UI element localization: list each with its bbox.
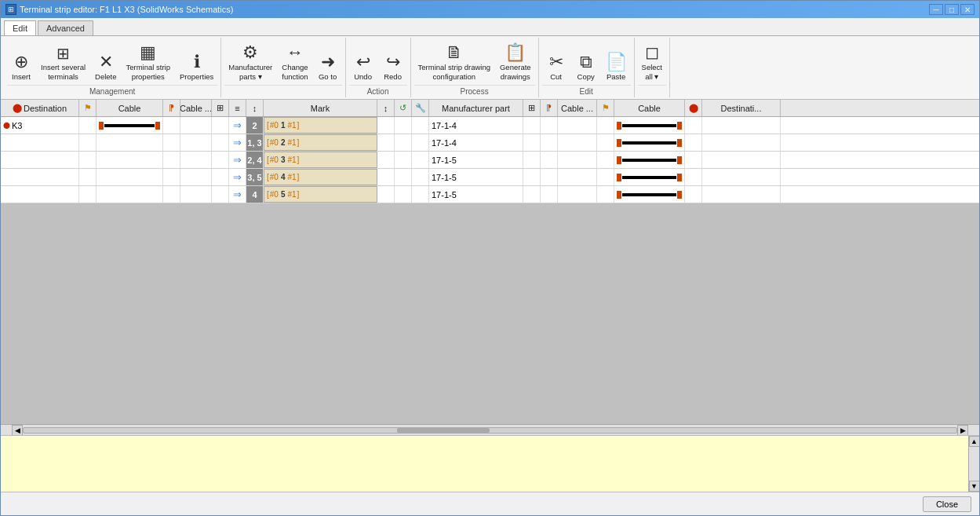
- minimize-button[interactable]: ─: [929, 4, 943, 15]
- col-header-cablenum2: Cable ...: [558, 100, 597, 116]
- wire-end-right2-r: [677, 139, 682, 147]
- cell-mark-row3[interactable]: [ #0 3 #1 ]: [264, 152, 377, 168]
- table-row[interactable]: ⬤ K3 ⇒ 2: [1, 117, 979, 134]
- insert-button[interactable]: ⊕ Insert: [7, 39, 35, 83]
- row-number-row3: 2, 4: [247, 156, 261, 165]
- delete-button[interactable]: ✕ Delete: [91, 39, 120, 83]
- cell-dest2-row1: [702, 117, 781, 134]
- grid-icon: ⊞: [217, 103, 224, 113]
- table-row[interactable]: ⇒ 1, 3 [ #0 2 #1 ]: [1, 134, 979, 152]
- col-header-icon9: ⬤: [685, 100, 702, 116]
- delete-icon: ✕: [99, 53, 113, 71]
- table-row[interactable]: ⇒ 2, 4 [ #0 3 #1 ]: [1, 152, 979, 169]
- cell-cablenum-row2: [180, 134, 212, 151]
- ribbon-group-edit: ✂ Cut ⧉ Copy 📄 Paste Edit: [539, 38, 635, 97]
- cell-icon5-row4: [412, 169, 429, 185]
- vertical-scrollbar[interactable]: ▲ ▼: [968, 436, 979, 492]
- select-all-label: Select all ▾: [642, 63, 662, 81]
- flag-icon: ⚑: [84, 103, 92, 113]
- cell-dest1-row2: [1, 134, 79, 151]
- cell-dest2-row3: [702, 152, 781, 168]
- mark-content-row1: [ #0 1 #1 ]: [267, 121, 299, 130]
- row-number-row1: 2: [252, 121, 257, 130]
- cell-rowtype-row2: ⇒: [229, 134, 246, 151]
- table-body[interactable]: ⬤ K3 ⇒ 2: [1, 117, 979, 203]
- col-header-destination: ⬤ Destination: [1, 100, 79, 116]
- edit-buttons: ✂ Cut ⧉ Copy 📄 Paste: [542, 39, 631, 83]
- insert-several-button[interactable]: ⊞ Insert several terminals: [37, 39, 89, 83]
- cell-mark-row4[interactable]: [ #0 4 #1 ]: [264, 169, 377, 185]
- copy-button[interactable]: ⧉ Copy: [572, 39, 600, 83]
- change-function-button[interactable]: ↔ Change function: [278, 39, 311, 83]
- col-header-icon2: ⁋: [163, 100, 180, 116]
- tab-edit[interactable]: Edit: [4, 20, 36, 35]
- cell-mark-row5[interactable]: [ #0 5 #1 ]: [264, 186, 377, 203]
- cell-icon5-row5: [412, 186, 429, 203]
- cell-icon7-row3: [541, 152, 558, 168]
- redo-button[interactable]: ↪ Redo: [379, 39, 407, 83]
- terminal-strip-props-button[interactable]: ▦ Terminal strip properties: [122, 39, 175, 83]
- mark-content-row3: [ #0 3 #1 ]: [267, 156, 299, 164]
- cell-icon5-row3: [412, 152, 429, 168]
- manufacturer-parts-button[interactable]: ⚙ Manufacturer parts ▾: [224, 39, 276, 83]
- cell-sort2-row4: [377, 169, 395, 185]
- cell-dest1-row3: [1, 152, 79, 168]
- horizontal-scrollbar[interactable]: ◀ ▶: [1, 424, 979, 435]
- col-cablenum2-label: Cable ...: [561, 104, 593, 113]
- cell-sort2-row5: [377, 186, 395, 203]
- cell-sortnum-row3: 2, 4: [246, 152, 264, 168]
- cable-wire-right: [617, 122, 682, 130]
- cell-mark-row2[interactable]: [ #0 2 #1 ]: [264, 134, 377, 151]
- go-to-button[interactable]: ➜ Go to: [314, 39, 342, 83]
- cell-cablenum-row1: [180, 117, 212, 134]
- cell-rowtype-row5: ⇒: [229, 186, 246, 203]
- process-buttons: 🗎 Terminal strip drawing configuration 📋…: [414, 39, 535, 83]
- cell-sortnum-row1: 2: [246, 117, 264, 134]
- properties-button[interactable]: ℹ Properties: [176, 39, 217, 83]
- select-all-button[interactable]: ◻ Select all ▾: [638, 39, 666, 83]
- scroll-left-button[interactable]: ◀: [12, 425, 23, 436]
- wire-line-right: [622, 124, 676, 127]
- scrollbar-thumb[interactable]: [397, 428, 490, 433]
- cell-sortnum-row5: 4: [246, 186, 264, 203]
- wire-end-right-r: [677, 122, 682, 130]
- undo-button[interactable]: ↩ Undo: [349, 39, 377, 83]
- terminal-strip-drawing-button[interactable]: 🗎 Terminal strip drawing configuration: [414, 39, 494, 83]
- cell-mark-row1[interactable]: [ #0 1 #1 ]: [264, 117, 377, 134]
- col-header-sort2: ↕: [377, 100, 395, 116]
- cell-icon9-row3: [685, 152, 702, 168]
- scroll-right-button[interactable]: ▶: [957, 425, 968, 436]
- col-header-icon5: 🔧: [412, 100, 429, 116]
- generate-drawings-button[interactable]: 📋 Generate drawings: [496, 39, 535, 83]
- copy-label: Copy: [577, 72, 595, 81]
- scroll-up-button[interactable]: ▲: [969, 436, 980, 447]
- cell-icon6-row5: [523, 186, 541, 203]
- cell-cablenum2-row3: [558, 152, 597, 168]
- dest-dot-left: ⬤: [3, 122, 10, 129]
- cell-cablenum-row4: [180, 169, 212, 185]
- scrollbar-track[interactable]: [23, 427, 957, 434]
- cell-cable1-row1: [97, 117, 163, 134]
- cut-icon: ✂: [549, 53, 563, 71]
- cell-dest2-row5: [702, 186, 781, 203]
- cell-cable2-row4: [614, 169, 685, 185]
- terminal-strip-drawing-icon: 🗎: [446, 44, 463, 61]
- table-row[interactable]: ⇒ 3, 5 [ #0 4 #1 ]: [1, 169, 979, 186]
- close-button[interactable]: Close: [923, 496, 971, 512]
- close-window-button[interactable]: ✕: [960, 4, 975, 15]
- paste-button[interactable]: 📄 Paste: [602, 39, 631, 83]
- cell-dest1-row5: [1, 186, 79, 203]
- cell-icon8-row4: [597, 169, 614, 185]
- tab-advanced[interactable]: Advanced: [38, 20, 93, 35]
- col-header-icon8: ⚑: [597, 100, 614, 116]
- maximize-button[interactable]: □: [945, 4, 959, 15]
- cable-wire-right3: [617, 156, 682, 164]
- col-header-icon7: ⁋: [541, 100, 558, 116]
- scroll-down-button[interactable]: ▼: [969, 481, 980, 492]
- table-row[interactable]: ⇒ 4 [ #0 5 #1 ] 1: [1, 186, 979, 203]
- terminal-strip-drawing-label: Terminal strip drawing configuration: [418, 63, 490, 81]
- row-number-row5: 4: [252, 190, 257, 199]
- cut-button[interactable]: ✂ Cut: [542, 39, 570, 83]
- manufacturer-parts-icon: ⚙: [242, 44, 258, 61]
- col-cablenum-label: Cable ...: [180, 104, 212, 113]
